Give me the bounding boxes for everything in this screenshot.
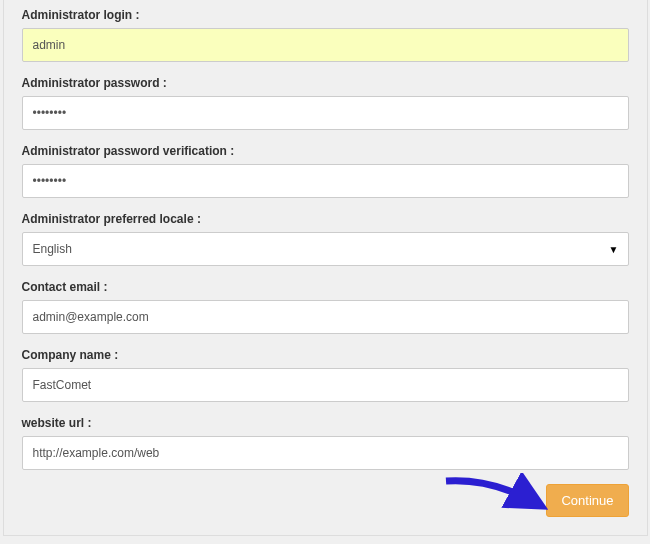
admin-password-label: Administrator password : [22, 76, 629, 90]
admin-password-verify-group: Administrator password verification : [22, 144, 629, 198]
admin-locale-group: Administrator preferred locale : English… [22, 212, 629, 266]
admin-setup-form: Administrator login : Administrator pass… [3, 0, 648, 536]
contact-email-group: Contact email : [22, 280, 629, 334]
contact-email-label: Contact email : [22, 280, 629, 294]
admin-locale-select-wrap: English ▼ [22, 232, 629, 266]
admin-locale-label: Administrator preferred locale : [22, 212, 629, 226]
admin-password-verify-label: Administrator password verification : [22, 144, 629, 158]
contact-email-input[interactable] [22, 300, 629, 334]
admin-password-verify-input[interactable] [22, 164, 629, 198]
continue-button[interactable]: Continue [546, 484, 628, 517]
admin-login-input[interactable] [22, 28, 629, 62]
admin-password-input[interactable] [22, 96, 629, 130]
admin-login-label: Administrator login : [22, 8, 629, 22]
admin-password-group: Administrator password : [22, 76, 629, 130]
admin-locale-select[interactable]: English [22, 232, 629, 266]
company-name-group: Company name : [22, 348, 629, 402]
website-url-input[interactable] [22, 436, 629, 470]
form-actions: Continue [22, 484, 629, 517]
website-url-group: website url : [22, 416, 629, 470]
company-name-label: Company name : [22, 348, 629, 362]
website-url-label: website url : [22, 416, 629, 430]
admin-login-group: Administrator login : [22, 8, 629, 62]
arrow-annotation-icon [441, 473, 551, 523]
company-name-input[interactable] [22, 368, 629, 402]
